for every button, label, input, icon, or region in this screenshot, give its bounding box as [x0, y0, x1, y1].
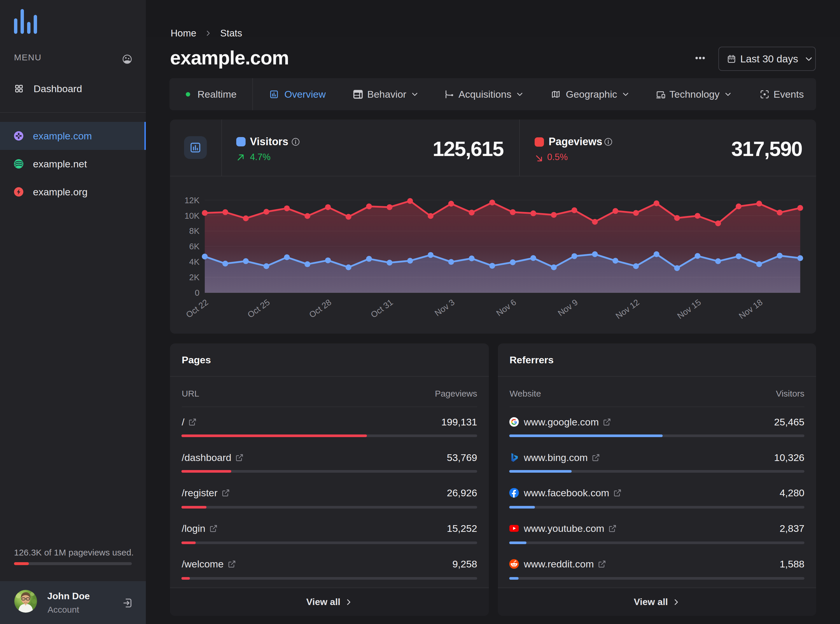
- svg-text:Oct 22: Oct 22: [184, 297, 210, 320]
- svg-text:0: 0: [195, 288, 200, 297]
- svg-text:4K: 4K: [189, 257, 200, 267]
- svg-text:6K: 6K: [189, 242, 200, 251]
- svg-text:Nov 3: Nov 3: [433, 297, 456, 318]
- svg-text:Oct 31: Oct 31: [369, 297, 394, 320]
- svg-text:12K: 12K: [184, 196, 200, 205]
- svg-text:Nov 6: Nov 6: [494, 297, 518, 318]
- svg-text:Oct 28: Oct 28: [308, 297, 333, 320]
- svg-text:10K: 10K: [184, 211, 200, 221]
- svg-text:Nov 15: Nov 15: [676, 297, 702, 321]
- svg-text:2K: 2K: [189, 273, 200, 282]
- svg-text:Oct 25: Oct 25: [246, 297, 272, 320]
- svg-text:Nov 18: Nov 18: [737, 297, 764, 321]
- svg-text:Nov 12: Nov 12: [614, 297, 641, 321]
- svg-text:8K: 8K: [189, 226, 200, 236]
- svg-text:Nov 9: Nov 9: [556, 297, 580, 318]
